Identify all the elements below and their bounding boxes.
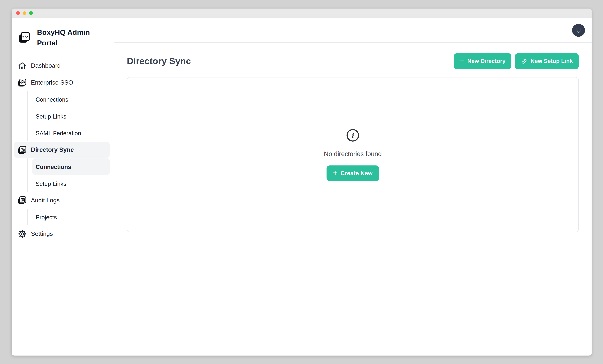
screen: </> BoxyHQ Admin Portal — [0, 0, 603, 364]
sidebar-item-settings[interactable]: Settings — [14, 226, 110, 242]
sidebar-item-label: Audit Logs — [31, 197, 60, 204]
sidebar-subitem-sso-connections[interactable]: Connections — [32, 91, 110, 108]
app-body: </> BoxyHQ Admin Portal — [12, 18, 592, 355]
create-new-button[interactable]: + Create New — [326, 165, 379, 181]
user-avatar[interactable]: U — [572, 24, 585, 37]
sidebar-nav: Dashboard Enterprise SSO — [12, 57, 114, 242]
new-directory-button[interactable]: + New Directory — [454, 53, 511, 69]
svg-text:i: i — [352, 131, 354, 139]
sidebar-subitem-label: Connections — [36, 163, 71, 170]
directories-empty-panel: i No directories found + Create New — [127, 77, 579, 232]
plus-icon: + — [460, 57, 464, 64]
svg-text:</>: </> — [22, 35, 28, 39]
enterprise-sso-icon — [17, 78, 27, 88]
main-area: U Directory Sync + New Directory — [114, 18, 591, 355]
page-title-row: Directory Sync + New Directory — [127, 53, 579, 69]
directory-sync-icon — [17, 145, 27, 155]
info-icon: i — [346, 129, 359, 142]
sidebar-subitem-label: Setup Links — [36, 113, 66, 120]
sidebar-subitem-projects[interactable]: Projects — [32, 209, 110, 225]
sidebar-item-audit-logs[interactable]: Audit Logs — [14, 192, 110, 209]
new-directory-label: New Directory — [467, 58, 506, 64]
directory-sync-submenu: Connections Setup Links — [27, 158, 114, 192]
settings-gear-icon — [17, 229, 27, 239]
logo[interactable]: </> BoxyHQ Admin Portal — [12, 18, 114, 48]
new-setup-link-label: New Setup Link — [531, 58, 573, 64]
new-setup-link-button[interactable]: New Setup Link — [515, 53, 579, 69]
close-window-button[interactable] — [16, 11, 20, 15]
empty-state-message: No directories found — [324, 150, 382, 157]
app-title: BoxyHQ Admin Portal — [37, 27, 96, 48]
boxyhq-code-logo-icon: </> — [17, 31, 31, 44]
sidebar-item-label: Directory Sync — [31, 146, 74, 153]
top-header: U — [114, 18, 591, 43]
sidebar-item-label: Enterprise SSO — [31, 79, 73, 86]
plus-icon: + — [333, 169, 337, 176]
zoom-window-button[interactable] — [29, 11, 33, 15]
app-window: </> BoxyHQ Admin Portal — [12, 9, 592, 355]
audit-logs-submenu: Projects — [27, 209, 114, 225]
minimize-window-button[interactable] — [23, 11, 26, 15]
sidebar: </> BoxyHQ Admin Portal — [12, 18, 114, 355]
enterprise-sso-submenu: Connections Setup Links SAML Federation — [27, 91, 114, 141]
create-new-label: Create New — [340, 170, 372, 176]
window-titlebar — [12, 9, 592, 18]
sidebar-item-label: Settings — [31, 230, 53, 237]
sidebar-subitem-dsync-connections[interactable]: Connections — [32, 158, 110, 175]
sidebar-subitem-label: SAML Federation — [36, 130, 81, 136]
sidebar-subitem-label: Projects — [36, 214, 57, 220]
sidebar-subitem-sso-setup-links[interactable]: Setup Links — [32, 108, 110, 124]
sidebar-subitem-label: Setup Links — [36, 180, 66, 187]
sidebar-subitem-saml-federation[interactable]: SAML Federation — [32, 125, 110, 141]
page-actions: + New Directory — [454, 53, 579, 69]
page-title: Directory Sync — [127, 56, 191, 66]
sidebar-subitem-label: Connections — [36, 96, 68, 103]
sidebar-subitem-dsync-setup-links[interactable]: Setup Links — [32, 175, 110, 192]
link-icon — [521, 58, 527, 64]
sidebar-item-dashboard[interactable]: Dashboard — [14, 57, 110, 74]
audit-logs-icon — [17, 195, 27, 205]
sidebar-item-label: Dashboard — [31, 62, 61, 69]
sidebar-item-directory-sync[interactable]: Directory Sync — [14, 142, 110, 158]
home-icon — [17, 61, 27, 71]
sidebar-item-enterprise-sso[interactable]: Enterprise SSO — [14, 74, 110, 91]
